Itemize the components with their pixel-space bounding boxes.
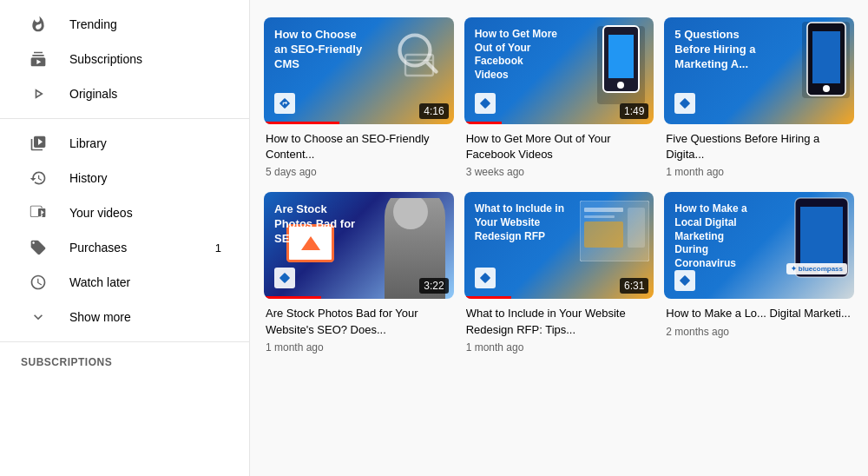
video-time-5: 1 month ago xyxy=(466,341,653,354)
video-time-1: 5 days ago xyxy=(266,166,452,178)
video-meta-5: What to Include in Your Website Redesign… xyxy=(464,306,654,353)
video-thumb-1: How to Choose an SEO-Friendly CMS 4:16 xyxy=(264,17,454,124)
purchases-badge: 1 xyxy=(215,241,221,255)
video-thumb-2: How to Get More Out of Your Facebook Vid… xyxy=(464,17,654,124)
sidebar-item-purchases[interactable]: Purchases 1 xyxy=(7,230,242,265)
video-thumb-6: ✦ bluecompass How to Make a Local Digita… xyxy=(664,192,854,299)
sidebar-item-subscriptions[interactable]: Subscriptions xyxy=(7,42,242,76)
thumb-title-2: How to Get More Out of Your Facebook Vid… xyxy=(475,28,559,82)
thumb-title-6: How to Make a Local Digital Marketing Du… xyxy=(674,202,755,270)
history-icon xyxy=(28,168,49,188)
video-time-4: 1 month ago xyxy=(266,341,452,354)
sidebar-item-watch-later[interactable]: Watch later xyxy=(7,265,242,300)
video-title-5: What to Include in Your Website Redesign… xyxy=(466,306,653,337)
video-thumb-3: 5 Questions Before Hiring a Marketing A.… xyxy=(664,17,854,124)
video-duration-2: 1:49 xyxy=(620,103,648,119)
video-duration-5: 6:31 xyxy=(620,278,648,294)
video-card-6[interactable]: ✦ bluecompass How to Make a Local Digita… xyxy=(664,192,854,353)
video-title-4: Are Stock Photos Bad for Your Website's … xyxy=(266,306,452,337)
progress-bar-2 xyxy=(464,122,503,124)
thumb-title-4: Are Stock Photos Bad for SEO? xyxy=(274,202,367,247)
sidebar-item-show-more[interactable]: Show more xyxy=(7,300,242,334)
thumb-title-5: What to Include in Your Website Redesign… xyxy=(475,202,568,243)
sidebar-label-trending: Trending xyxy=(69,17,221,31)
video-thumb-4: Are Stock Photos Bad for SEO? 3:22 xyxy=(264,192,454,299)
chevron-down-icon xyxy=(28,307,49,327)
thumb-title-1: How to Choose an SEO-Friendly CMS xyxy=(274,28,367,72)
progress-bar-1 xyxy=(264,122,339,124)
purchases-icon xyxy=(28,237,49,258)
video-title-2: How to Get More Out of Your Facebook Vid… xyxy=(466,131,653,162)
video-meta-3: Five Questions Before Hiring a Digita...… xyxy=(664,131,854,178)
video-time-6: 2 months ago xyxy=(666,326,852,338)
sidebar-label-your-videos: Your videos xyxy=(69,206,221,220)
video-meta-1: How to Choose an SEO-Friendly Content...… xyxy=(264,131,454,178)
thumb-title-3: 5 Questions Before Hiring a Marketing A.… xyxy=(674,28,759,72)
watch-later-icon xyxy=(28,272,49,293)
sidebar-label-originals: Originals xyxy=(69,87,221,101)
sidebar-item-history[interactable]: History xyxy=(7,161,242,195)
subscriptions-section-title: SUBSCRIPTIONS xyxy=(0,349,249,372)
video-meta-4: Are Stock Photos Bad for Your Website's … xyxy=(264,306,454,353)
sidebar: Trending Subscriptions Originals Library xyxy=(0,0,250,476)
video-title-6: How to Make a Lo... Digital Marketi... xyxy=(666,306,852,321)
video-time-3: 1 month ago xyxy=(666,166,852,178)
subscriptions-icon xyxy=(28,49,49,69)
main-content: How to Choose an SEO-Friendly CMS 4:16 H… xyxy=(250,0,868,476)
video-duration-1: 4:16 xyxy=(419,103,448,119)
sidebar-item-your-videos[interactable]: Your videos xyxy=(7,195,242,230)
sidebar-item-trending[interactable]: Trending xyxy=(7,7,242,42)
sidebar-label-purchases: Purchases xyxy=(69,241,215,255)
library-icon xyxy=(28,133,49,154)
sidebar-item-originals[interactable]: Originals xyxy=(7,76,242,111)
video-card-3[interactable]: 5 Questions Before Hiring a Marketing A.… xyxy=(664,17,854,178)
sidebar-label-history: History xyxy=(69,171,221,185)
video-duration-4: 3:22 xyxy=(419,278,448,294)
video-title-3: Five Questions Before Hiring a Digita... xyxy=(666,131,852,162)
video-card-4[interactable]: Are Stock Photos Bad for SEO? 3:22 Are S… xyxy=(264,192,454,353)
video-card-2[interactable]: How to Get More Out of Your Facebook Vid… xyxy=(464,17,654,178)
your-videos-icon xyxy=(28,202,49,223)
originals-icon xyxy=(28,83,49,104)
sidebar-label-watch-later: Watch later xyxy=(69,275,221,289)
video-thumb-5: What to Include in Your Website Redesign… xyxy=(464,192,654,299)
video-title-1: How to Choose an SEO-Friendly Content... xyxy=(266,131,452,162)
sidebar-label-show-more: Show more xyxy=(69,310,221,324)
sidebar-divider-2 xyxy=(0,341,249,342)
sidebar-divider-1 xyxy=(0,118,249,119)
video-card-5[interactable]: What to Include in Your Website Redesign… xyxy=(464,192,654,353)
progress-bar-4 xyxy=(264,296,321,299)
video-card-1[interactable]: How to Choose an SEO-Friendly CMS 4:16 H… xyxy=(264,17,454,178)
video-meta-6: How to Make a Lo... Digital Marketi... 2… xyxy=(664,306,854,337)
video-meta-2: How to Get More Out of Your Facebook Vid… xyxy=(464,131,654,178)
video-time-2: 3 weeks ago xyxy=(466,166,653,178)
sidebar-item-library[interactable]: Library xyxy=(7,126,242,161)
progress-bar-5 xyxy=(464,296,512,299)
sidebar-label-library: Library xyxy=(69,136,221,150)
sidebar-label-subscriptions: Subscriptions xyxy=(69,52,221,66)
video-grid: How to Choose an SEO-Friendly CMS 4:16 H… xyxy=(264,17,854,354)
fire-icon xyxy=(28,14,49,35)
